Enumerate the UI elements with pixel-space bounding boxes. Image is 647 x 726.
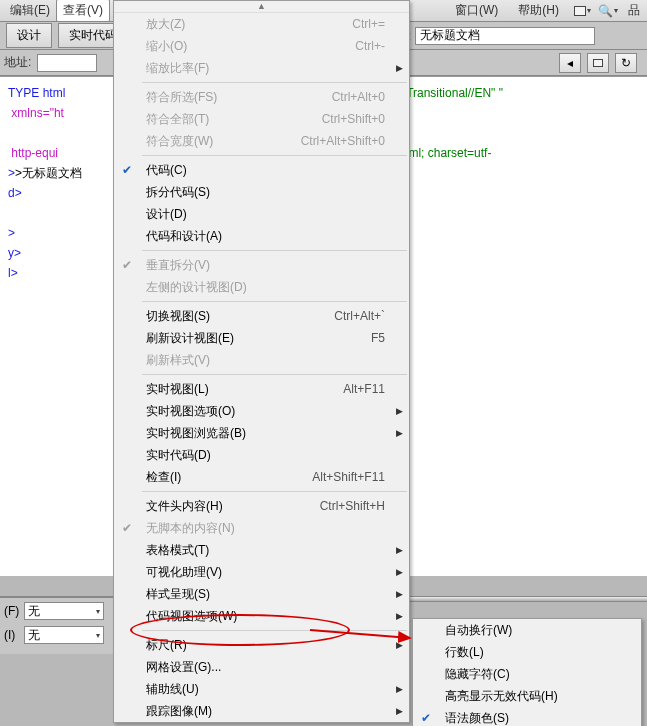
code-text: 0 Transitional//EN" ": [396, 86, 503, 100]
menu-grid-settings[interactable]: 网格设置(G)...: [114, 656, 409, 678]
menu-edit[interactable]: 编辑(E): [4, 0, 56, 21]
layout-classic-icon[interactable]: ▾: [573, 2, 591, 20]
menu-code-and-design[interactable]: 代码和设计(A): [114, 225, 409, 247]
menu-help[interactable]: 帮助(H): [512, 0, 565, 21]
code-view-options-submenu: 自动换行(W) 行数(L) 隐藏字符(C) 高亮显示无效代码(H) ✔语法颜色(…: [412, 618, 642, 726]
menu-live-view[interactable]: 实时视图(L)Alt+F11: [114, 378, 409, 400]
menu-noscript-content[interactable]: ✔无脚本的内容(N): [114, 517, 409, 539]
refresh-button[interactable]: ↻: [615, 53, 637, 73]
menu-code-view-options[interactable]: 代码视图选项(W)▶: [114, 605, 409, 627]
submenu-line-numbers[interactable]: 行数(L): [413, 641, 641, 663]
menu-scroll-up[interactable]: ▲: [114, 1, 409, 13]
menu-design[interactable]: 设计(D): [114, 203, 409, 225]
menu-zoom-in[interactable]: 放大(Z)Ctrl+=: [114, 13, 409, 35]
combo-value: 无: [28, 627, 40, 644]
prop-i-label: (I): [4, 628, 24, 642]
menu-live-view-browser[interactable]: 实时视图浏览器(B)▶: [114, 422, 409, 444]
property-panel: (F) 无▾ (I) 无▾: [0, 596, 113, 654]
menu-zoom-ratio[interactable]: 缩放比率(F)▶: [114, 57, 409, 79]
menu-window[interactable]: 窗口(W): [449, 0, 504, 21]
menu-refresh-design[interactable]: 刷新设计视图(E)F5: [114, 327, 409, 349]
menu-zoom-out[interactable]: 缩小(O)Ctrl+-: [114, 35, 409, 57]
prop-f-combo[interactable]: 无▾: [24, 602, 104, 620]
menu-table-mode[interactable]: 表格模式(T)▶: [114, 539, 409, 561]
menu-inspect[interactable]: 检查(I)Alt+Shift+F11: [114, 466, 409, 488]
document-title-input[interactable]: [415, 27, 595, 45]
code-text: >: [8, 226, 15, 240]
menu-rulers[interactable]: 标尺(R)▶: [114, 634, 409, 656]
combo-value: 无: [28, 603, 40, 620]
nav-back-button[interactable]: ◂: [559, 53, 581, 73]
menu-refresh-styles[interactable]: 刷新样式(V): [114, 349, 409, 371]
view-menu-dropdown: ▲ 放大(Z)Ctrl+= 缩小(O)Ctrl+- 缩放比率(F)▶ 符合所选(…: [113, 0, 410, 723]
menu-fit-all[interactable]: 符合全部(T)Ctrl+Shift+0: [114, 108, 409, 130]
search-icon[interactable]: 🔍▾: [599, 2, 617, 20]
menu-tracing-image[interactable]: 跟踪图像(M)▶: [114, 700, 409, 722]
code-text: TYPE html: [8, 86, 69, 100]
code-text: l>: [8, 266, 18, 280]
menu-code[interactable]: ✔代码(C): [114, 159, 409, 181]
menu-vertical-split[interactable]: ✔垂直拆分(V): [114, 254, 409, 276]
menu-guides[interactable]: 辅助线(U)▶: [114, 678, 409, 700]
code-text: http-equi: [8, 146, 58, 160]
code-text: >无标题文档: [15, 166, 82, 180]
address-label: 地址:: [4, 54, 31, 71]
submenu-word-wrap[interactable]: 自动换行(W): [413, 619, 641, 641]
menu-fit-width[interactable]: 符合宽度(W)Ctrl+Alt+Shift+0: [114, 130, 409, 152]
menu-fit-selection[interactable]: 符合所选(FS)Ctrl+Alt+0: [114, 86, 409, 108]
extension-icon[interactable]: 品: [625, 2, 643, 20]
menu-live-view-options[interactable]: 实时视图选项(O)▶: [114, 400, 409, 422]
menu-switch-view[interactable]: 切换视图(S)Ctrl+Alt+`: [114, 305, 409, 327]
menu-style-rendering[interactable]: 样式呈现(S)▶: [114, 583, 409, 605]
prop-i-combo[interactable]: 无▾: [24, 626, 104, 644]
prop-f-label: (F): [4, 604, 24, 618]
code-text: y>: [8, 246, 21, 260]
list-view-button[interactable]: [587, 53, 609, 73]
tab-design[interactable]: 设计: [6, 23, 52, 48]
address-input[interactable]: [37, 54, 97, 72]
code-text: d>: [8, 186, 22, 200]
menu-left-design-view[interactable]: 左侧的设计视图(D): [114, 276, 409, 298]
menu-view[interactable]: 查看(V): [56, 0, 110, 22]
menu-live-code[interactable]: 实时代码(D): [114, 444, 409, 466]
menu-visual-aids[interactable]: 可视化助理(V)▶: [114, 561, 409, 583]
submenu-highlight-invalid[interactable]: 高亮显示无效代码(H): [413, 685, 641, 707]
submenu-syntax-coloring[interactable]: ✔语法颜色(S): [413, 707, 641, 726]
code-text: xmlns="ht: [8, 106, 64, 120]
submenu-hidden-chars[interactable]: 隐藏字符(C): [413, 663, 641, 685]
menu-head-content[interactable]: 文件头内容(H)Ctrl+Shift+H: [114, 495, 409, 517]
menu-split-code[interactable]: 拆分代码(S): [114, 181, 409, 203]
